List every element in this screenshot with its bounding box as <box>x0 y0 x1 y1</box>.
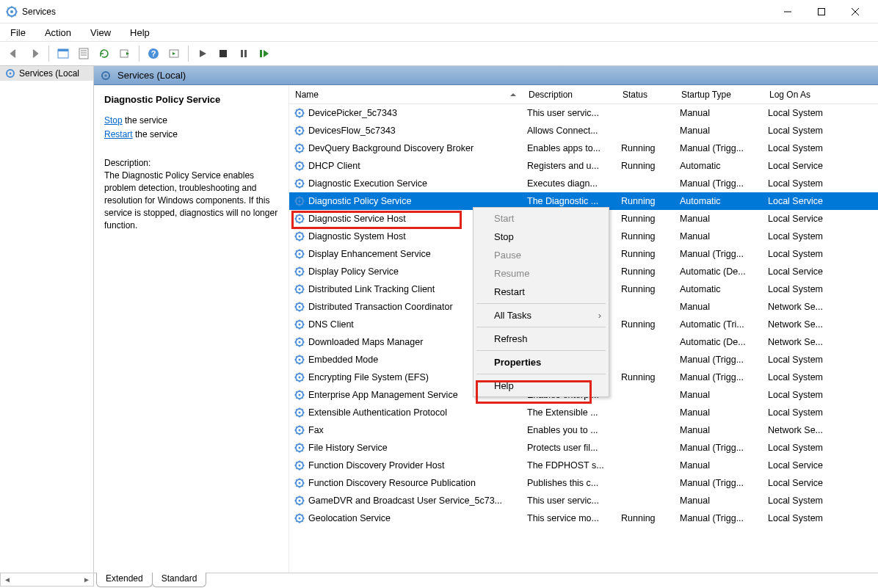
service-row[interactable]: File History ServiceProtects user fil...… <box>289 439 878 457</box>
tree-item-label: Services (Local <box>19 68 79 79</box>
svg-point-35 <box>299 200 301 203</box>
cell-startup: Automatic <box>675 161 763 171</box>
svg-point-63 <box>299 447 301 449</box>
run-toolbar-button[interactable] <box>164 44 184 63</box>
export-list-button[interactable] <box>115 44 134 63</box>
maximize-button[interactable] <box>805 0 838 23</box>
cell-status: Running <box>617 284 675 294</box>
cell-logon: Local Service <box>763 460 837 471</box>
cell-startup: Manual <box>675 460 763 471</box>
svg-point-65 <box>299 465 301 467</box>
service-row[interactable]: GameDVR and Broadcast User Service_5c73.… <box>289 492 878 509</box>
cell-description: The Extensible ... <box>523 407 617 418</box>
selected-service-name: Diagnostic Policy Service <box>104 94 278 105</box>
menu-action[interactable]: Action <box>42 26 74 40</box>
menu-file[interactable]: File <box>7 26 29 40</box>
tree-item-services-local[interactable]: Services (Local <box>0 66 93 81</box>
cell-logon: Local System <box>763 143 837 153</box>
cell-logon: Local System <box>763 284 837 294</box>
ctx-all-tasks[interactable]: All Tasks <box>474 306 609 324</box>
properties-toolbar-button[interactable] <box>74 44 93 63</box>
service-row[interactable]: Diagnostic Execution ServiceExecutes dia… <box>289 175 878 192</box>
cell-logon: Local System <box>763 355 837 365</box>
column-log-on-as[interactable]: Log On As <box>763 85 837 104</box>
column-description[interactable]: Description <box>523 85 617 104</box>
list-header: Name Description Status Startup Type Log… <box>289 85 878 104</box>
cell-startup: Manual <box>675 214 763 224</box>
back-button[interactable] <box>4 44 23 63</box>
svg-rect-17 <box>241 50 243 57</box>
cell-logon: Local System <box>763 407 837 418</box>
service-row[interactable]: FaxEnables you to ...ManualNetwork Se... <box>289 421 878 439</box>
ctx-stop[interactable]: Stop <box>474 228 609 246</box>
menu-help[interactable]: Help <box>127 26 153 40</box>
help-toolbar-button[interactable]: ? <box>144 44 163 63</box>
minimize-button[interactable] <box>771 0 805 23</box>
footer-tabs: ◄► Extended Standard <box>0 573 878 588</box>
ctx-properties[interactable]: Properties <box>474 353 609 371</box>
svg-point-49 <box>299 324 301 326</box>
cell-startup: Manual (Trigg... <box>675 478 763 488</box>
cell-startup: Automatic (De... <box>675 266 763 277</box>
svg-point-55 <box>299 377 301 379</box>
cell-name: DHCP Client <box>289 160 523 172</box>
cell-name: DevQuery Background Discovery Broker <box>289 142 523 154</box>
menu-view[interactable]: View <box>87 26 114 40</box>
svg-point-57 <box>299 394 301 396</box>
service-row[interactable]: Geolocation ServiceThis service mo...Run… <box>289 509 878 527</box>
cell-description: Protects user fil... <box>523 443 617 453</box>
cell-logon: Local Service <box>763 161 837 171</box>
ctx-restart[interactable]: Restart <box>474 283 609 301</box>
svg-point-43 <box>299 271 301 273</box>
cell-startup: Manual <box>675 108 763 118</box>
cell-startup: Manual <box>675 231 763 242</box>
service-row[interactable]: Function Discovery Provider HostThe FDPH… <box>289 457 878 474</box>
service-row[interactable]: Function Discovery Resource PublicationP… <box>289 474 878 492</box>
ctx-refresh[interactable]: Refresh <box>474 330 609 348</box>
cell-startup: Manual <box>675 302 763 312</box>
cell-description: This user servic... <box>523 108 617 118</box>
restart-link[interactable]: Restart <box>104 129 133 139</box>
svg-point-25 <box>299 112 301 115</box>
forward-button[interactable] <box>25 44 44 63</box>
column-name[interactable]: Name <box>289 85 523 104</box>
service-row[interactable]: DevicePicker_5c7343This user servic...Ma… <box>289 104 878 122</box>
window-title: Services <box>22 7 771 17</box>
tab-extended[interactable]: Extended <box>96 573 153 587</box>
service-row[interactable]: DevQuery Background Discovery BrokerEnab… <box>289 139 878 157</box>
ctx-resume: Resume <box>474 264 609 283</box>
cell-logon: Network Se... <box>763 319 837 330</box>
cell-status: Running <box>617 372 675 382</box>
show-hide-tree-button[interactable] <box>54 44 73 63</box>
svg-rect-3 <box>819 8 825 15</box>
service-row[interactable]: Extensible Authentication ProtocolThe Ex… <box>289 404 878 421</box>
cell-logon: Local System <box>763 231 837 242</box>
cell-description: This user servic... <box>523 496 617 506</box>
cell-logon: Network Se... <box>763 302 837 312</box>
cell-name: Function Discovery Provider Host <box>289 460 523 471</box>
close-button[interactable] <box>838 0 872 23</box>
title-bar: Services <box>0 0 878 23</box>
stop-link[interactable]: Stop <box>104 115 123 126</box>
refresh-toolbar-button[interactable] <box>95 44 114 63</box>
start-service-button[interactable] <box>193 44 212 63</box>
cell-description: Enables apps to... <box>523 143 617 153</box>
ctx-help[interactable]: Help <box>474 377 609 395</box>
restart-service-button[interactable] <box>255 44 274 63</box>
cell-startup: Manual <box>675 126 763 136</box>
column-status[interactable]: Status <box>617 85 675 104</box>
cell-description: Allows Connect... <box>523 126 617 136</box>
stop-service-button[interactable] <box>214 44 233 63</box>
toolbar: ? <box>0 41 878 66</box>
column-startup-type[interactable]: Startup Type <box>675 85 763 104</box>
cell-logon: Local Service <box>763 196 837 206</box>
pause-service-button[interactable] <box>234 44 253 63</box>
tree-pane: Services (Local <box>0 66 94 573</box>
service-row[interactable]: DHCP ClientRegisters and u...RunningAuto… <box>289 157 878 175</box>
tab-standard[interactable]: Standard <box>152 573 207 587</box>
svg-rect-19 <box>260 50 262 57</box>
cell-name: Diagnostic Policy Service <box>289 195 523 207</box>
svg-point-1 <box>10 10 13 13</box>
cell-status: Running <box>617 214 675 224</box>
service-row[interactable]: DevicesFlow_5c7343Allows Connect...Manua… <box>289 122 878 139</box>
